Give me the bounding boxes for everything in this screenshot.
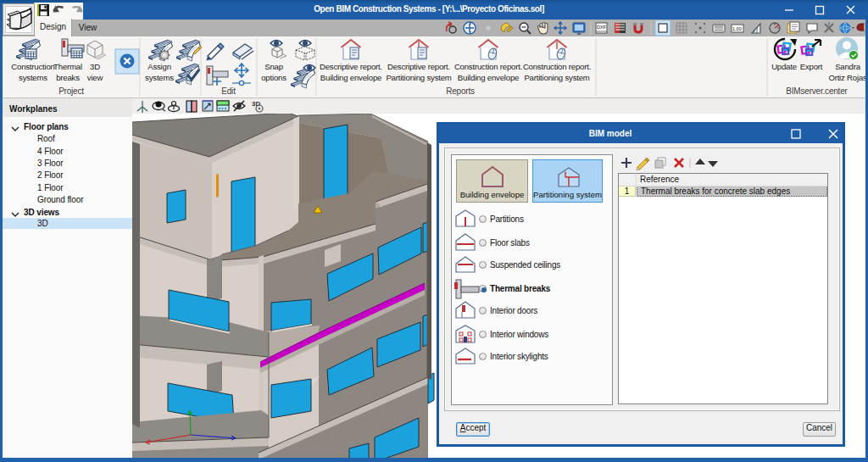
svg-text:1.00: 1.00 bbox=[732, 26, 742, 31]
svg-text:DXF: DXF bbox=[597, 25, 607, 30]
